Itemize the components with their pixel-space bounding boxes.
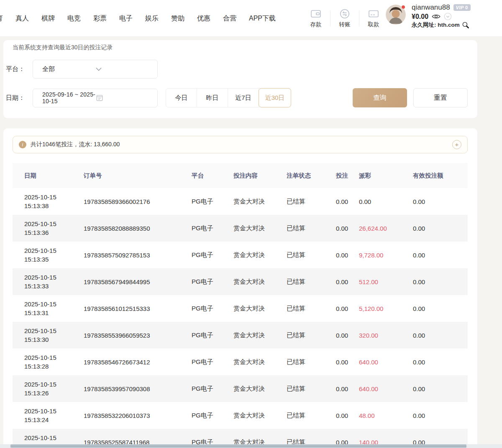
cell-date: 2025-10-1515:13:31: [13, 300, 72, 317]
cell-payout: 640.00: [347, 359, 401, 366]
cell-status: 已结算: [275, 198, 324, 206]
quick-range-group: 今日昨日近7日近30日: [166, 88, 291, 107]
username: qianwanu88: [412, 3, 450, 12]
refresh-balance-icon[interactable]: [444, 13, 452, 20]
nav-item-2[interactable]: 电竞: [67, 14, 81, 23]
cell-content: 赏金大对决: [222, 385, 275, 393]
col-header-7: 有效投注额: [401, 172, 468, 180]
cell-content: 赏金大对决: [222, 198, 275, 206]
table-row: 2025-10-1515:13:361978358582088889350PG电…: [13, 215, 468, 242]
range-button-2[interactable]: 近7日: [228, 89, 259, 107]
cell-order: 1978358561012515333: [72, 305, 180, 312]
cell-bet: 0.00: [324, 305, 347, 312]
deposit-label: 存款: [310, 21, 322, 28]
platform-select[interactable]: 全部: [33, 60, 158, 79]
nav-item-8[interactable]: 合营: [223, 14, 236, 23]
cell-status: 已结算: [275, 385, 324, 393]
eye-icon[interactable]: [432, 13, 441, 20]
info-icon: i: [19, 141, 26, 148]
cell-content: 赏金大对决: [222, 278, 275, 286]
calendar-icon: [96, 94, 149, 102]
cell-valid: 0.00: [401, 252, 468, 259]
cell-platform: PG电子: [180, 331, 222, 339]
notification-dot: [401, 5, 405, 9]
nav-item-9[interactable]: APP下载: [249, 14, 276, 23]
cell-bet: 0.00: [324, 332, 347, 339]
header-actions: 存款转账取款: [304, 0, 386, 37]
card-icon: [368, 8, 379, 19]
expand-plus-icon[interactable]: +: [452, 140, 461, 149]
table-row: 2025-10-1515:13:241978358532206010373PG电…: [13, 402, 468, 429]
cell-valid: 0.00: [401, 305, 468, 312]
cell-valid: 0.00: [401, 412, 468, 419]
date-range-value: 2025-09-16 ~ 2025-10-15: [42, 91, 96, 104]
withdraw-label: 取款: [368, 21, 379, 28]
cell-order: 1978358539957090308: [72, 385, 180, 392]
range-button-3[interactable]: 近30日: [259, 89, 291, 107]
nav-item-6[interactable]: 赞助: [171, 14, 184, 23]
cell-bet: 0.00: [324, 225, 347, 232]
range-button-0[interactable]: 今日: [166, 89, 197, 107]
platform-select-value: 全部: [42, 65, 96, 73]
table-row: 2025-10-1515:13:351978358575092785153PG电…: [13, 242, 468, 268]
cell-valid: 0.00: [401, 359, 468, 366]
nav-item-1[interactable]: 棋牌: [41, 14, 55, 23]
deposit-button[interactable]: 存款: [304, 8, 328, 28]
withdraw-button[interactable]: 取款: [361, 8, 386, 28]
cell-platform: PG电子: [180, 278, 222, 286]
cell-content: 赏金大对决: [222, 224, 275, 232]
records-panel: i 共计1046笔投注，流水: 13,660.00 + 日期订单号平台投注内容注…: [3, 128, 477, 448]
date-label: 日期：: [6, 94, 25, 102]
col-header-2: 平台: [180, 172, 222, 180]
cell-payout: 26,624.00: [347, 225, 401, 232]
cell-payout: 9,728.00: [347, 252, 401, 259]
vip-label: VIP: [456, 5, 464, 10]
cell-date: 2025-10-1515:13:30: [13, 326, 72, 344]
cell-bet: 0.00: [324, 359, 347, 366]
cell-date: 2025-10-1515:13:28: [13, 353, 72, 371]
table-row: 2025-10-1515:13:301978358553966059523PG电…: [13, 322, 468, 349]
nav-item-0[interactable]: 真人: [15, 14, 29, 23]
top-header: 育 真人棋牌电竞彩票电子娱乐赞助优惠合营APP下载 存款转账取款 qianwan…: [0, 0, 502, 37]
table-row: 2025-10-1515:13:281978358546726673412PG电…: [13, 349, 468, 375]
reset-button[interactable]: 重置: [413, 88, 468, 107]
nav-item-7[interactable]: 优惠: [197, 14, 210, 23]
cell-date: 2025-10-1515:13:33: [13, 273, 72, 290]
cell-bet: 0.00: [324, 385, 347, 392]
nav-item-3[interactable]: 彩票: [93, 14, 107, 23]
date-range-input[interactable]: 2025-09-16 ~ 2025-10-15: [33, 89, 158, 107]
transfer-button[interactable]: 转账: [333, 8, 357, 28]
nav-item-4[interactable]: 电子: [119, 14, 133, 23]
cell-status: 已结算: [275, 224, 324, 232]
query-button[interactable]: 查询: [353, 88, 407, 107]
header-divider: [330, 10, 330, 26]
user-info: qianwanu88 VIP 0 ¥0.00 永久网址: hth.com: [412, 3, 471, 29]
nav-item-partial[interactable]: 育: [0, 14, 3, 23]
horizontal-scrollbar[interactable]: [0, 444, 502, 448]
avatar[interactable]: [386, 5, 406, 25]
range-button-1[interactable]: 昨日: [197, 89, 228, 107]
balance-amount: ¥0.00: [412, 13, 428, 20]
cell-order: 1978358582088889350: [72, 225, 180, 232]
cell-valid: 0.00: [401, 198, 468, 205]
notice-text: 当前系统支持查询最近30日的投注记录: [13, 44, 113, 51]
summary-text: 共计1046笔投注，流水: 13,660.00: [31, 141, 120, 148]
records-table: 日期订单号平台投注内容注单状态投注派彩有效投注额 2025-10-1515:13…: [13, 163, 468, 448]
nav-item-5[interactable]: 娱乐: [145, 14, 159, 23]
user-area: qianwanu88 VIP 0 ¥0.00 永久网址: hth.com: [386, 3, 471, 29]
cell-content: 赏金大对决: [222, 251, 275, 259]
filter-panel: 当前系统支持查询最近30日的投注记录 平台： 全部 日期： 2025-09-16…: [3, 40, 477, 118]
platform-label: 平台：: [6, 65, 25, 73]
cell-status: 已结算: [275, 331, 324, 339]
scrollbar-thumb[interactable]: [10, 444, 466, 448]
cell-status: 已结算: [275, 305, 324, 313]
cell-payout: 512.00: [347, 278, 401, 285]
main-nav: 育 真人棋牌电竞彩票电子娱乐赞助优惠合营APP下载: [0, 0, 276, 37]
cell-platform: PG电子: [180, 305, 222, 313]
col-header-3: 投注内容: [222, 172, 275, 180]
summary-bar: i 共计1046笔投注，流水: 13,660.00 +: [13, 136, 468, 153]
table-row: 2025-10-1515:13:261978358539957090308PG电…: [13, 375, 468, 402]
cell-date: 2025-10-1515:13:35: [13, 246, 72, 264]
cell-bet: 0.00: [324, 278, 347, 285]
magnifier-icon[interactable]: [462, 21, 469, 29]
